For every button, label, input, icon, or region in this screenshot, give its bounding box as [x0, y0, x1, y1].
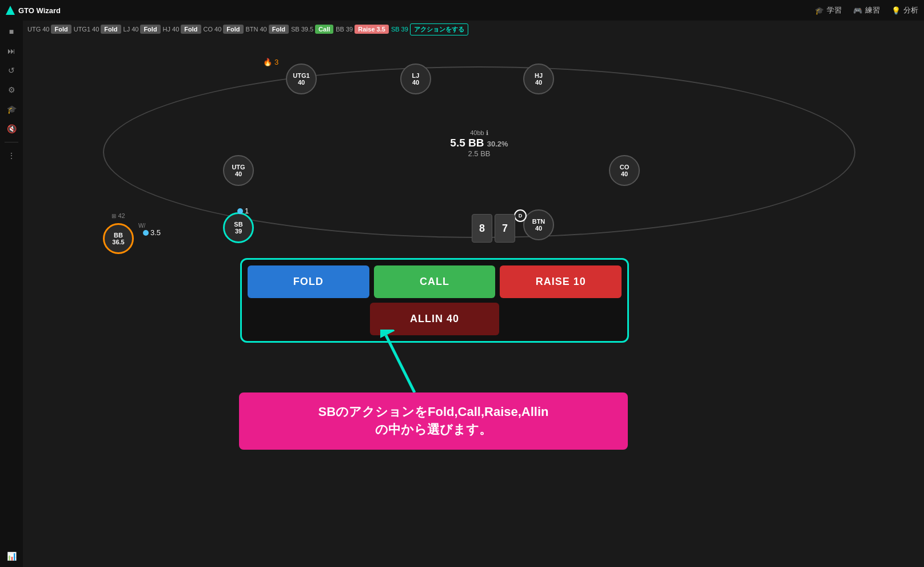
- stop-button[interactable]: ■: [5, 25, 18, 38]
- fire-indicator: 🔥 3: [263, 58, 278, 66]
- logo-icon: [6, 6, 15, 15]
- left-sidebar: ■ ⏭ ↺ ⚙ 🎓 🔇 ⋮ 📊: [0, 21, 23, 567]
- action-row-1: FOLD CALL RAISE 10: [248, 265, 622, 298]
- app-title: GTO Wizard: [18, 6, 61, 15]
- history-sb-action: SB 39 アクションをする: [391, 23, 468, 35]
- pot-main: 5.5 BB 30.2%: [450, 137, 508, 149]
- hand-history-bar: UTG 40 Fold UTG1 40 Fold LJ 40 Fold HJ 4…: [23, 21, 924, 38]
- action-panel: FOLD CALL RAISE 10 ALLIN 40: [240, 258, 629, 343]
- analyze-icon: 💡: [891, 6, 901, 15]
- pot-label: 40bb ℹ: [450, 129, 508, 137]
- nav-learn[interactable]: 🎓 学習: [815, 5, 842, 15]
- bb-bet: 3.5: [143, 228, 161, 237]
- refresh-button[interactable]: ↺: [5, 64, 18, 77]
- app-logo: GTO Wizard: [6, 6, 61, 15]
- stats-button[interactable]: 📊: [5, 550, 18, 562]
- seat-co: CO 40: [609, 155, 640, 186]
- settings-button[interactable]: ⚙: [5, 84, 18, 96]
- nav-practice[interactable]: 🎮 練習: [853, 5, 880, 15]
- seat-btn: D BTN 40 8 7: [523, 209, 554, 240]
- card-1: 8: [472, 214, 492, 243]
- history-co: CO 40 Fold: [204, 25, 244, 34]
- history-hj: HJ 40 Fold: [163, 25, 201, 34]
- table-container: 🔥 3 UTG1 40 LJ 40 HJ 40: [69, 55, 890, 244]
- action-row-2: ALLIN 40: [248, 303, 622, 335]
- tooltip-box: SBのアクションをFold,Call,Raise,Allin の中から選びます。: [239, 392, 628, 450]
- fire-count: 3: [274, 58, 278, 66]
- history-bb: BB 39 Raise 3.5: [336, 25, 389, 34]
- history-sb: SB 39.5 Call: [291, 25, 333, 34]
- arrow-container: [380, 330, 426, 401]
- seat-hj: HJ 40: [523, 64, 554, 94]
- seat-bb: ⊞ 42 W/ BB 36.5 3.5: [103, 212, 134, 254]
- call-button[interactable]: CALL: [374, 265, 496, 298]
- svg-line-1: [386, 335, 415, 392]
- more-button[interactable]: ⋮: [5, 149, 18, 162]
- arrow-svg: [380, 330, 426, 398]
- nav-links: 🎓 学習 🎮 練習 💡 分析: [815, 5, 918, 15]
- practice-icon: 🎮: [853, 6, 862, 15]
- bb-stack-label: ⊞ 42: [111, 212, 125, 219]
- raise-button[interactable]: RAISE 10: [500, 265, 622, 298]
- pot-info: 40bb ℹ 5.5 BB 30.2% 2.5 BB: [450, 129, 508, 158]
- hole-cards: 8 7: [472, 214, 515, 243]
- table-area: 🔥 3 UTG1 40 LJ 40 HJ 40: [23, 38, 924, 567]
- seat-lj: LJ 40: [400, 64, 431, 94]
- seat-sb: 1 SB 39: [223, 212, 254, 243]
- chip-bb: [143, 230, 149, 236]
- seat-utg1: UTG1 40: [286, 64, 317, 94]
- seat-utg: UTG 40: [223, 155, 254, 186]
- top-navigation: GTO Wizard 🎓 学習 🎮 練習 💡 分析: [0, 0, 924, 21]
- history-utg: UTG 40 Fold: [27, 25, 71, 34]
- nav-analyze[interactable]: 💡 分析: [891, 5, 918, 15]
- fast-forward-button[interactable]: ⏭: [5, 45, 18, 57]
- sidebar-divider: [5, 142, 18, 142]
- learn-button[interactable]: 🎓: [5, 103, 18, 116]
- sb-bet: 1: [237, 207, 249, 215]
- tooltip-text: SBのアクションをFold,Call,Raise,Allin の中から選びます。: [252, 403, 615, 439]
- history-lj: LJ 40 Fold: [124, 25, 161, 34]
- mute-button[interactable]: 🔇: [5, 122, 18, 135]
- pot-sub: 2.5 BB: [450, 149, 508, 158]
- history-btn: BTN 40 Fold: [246, 25, 289, 34]
- history-utg1: UTG1 40 Fold: [74, 25, 121, 34]
- fire-icon: 🔥: [263, 58, 272, 66]
- chip-sb: [237, 208, 243, 214]
- dealer-button: D: [514, 209, 527, 222]
- fold-button[interactable]: FOLD: [248, 265, 369, 298]
- learn-icon: 🎓: [815, 6, 824, 15]
- card-2: 7: [495, 214, 515, 243]
- table-icon: ⊞: [111, 213, 116, 219]
